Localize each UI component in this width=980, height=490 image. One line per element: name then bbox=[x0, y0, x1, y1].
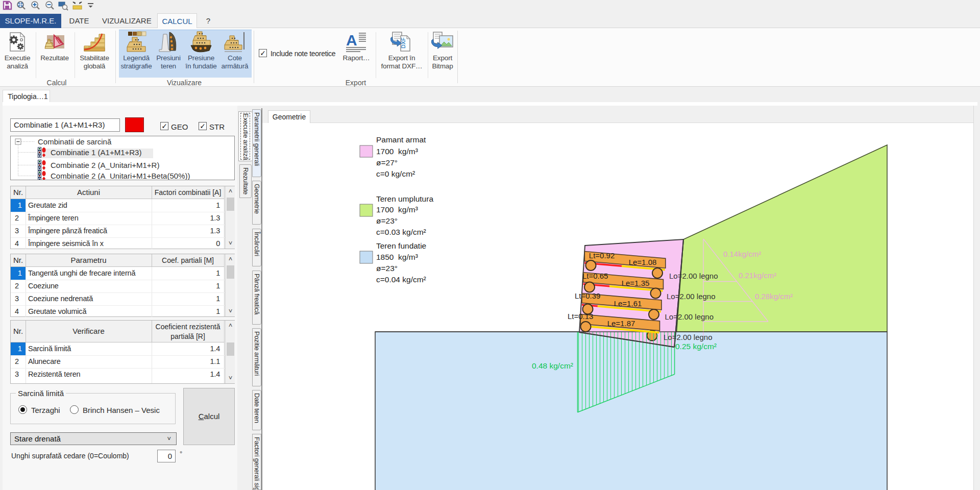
svg-text:Lo=2.00 legno: Lo=2.00 legno bbox=[669, 272, 718, 280]
svg-text:Le=1.61: Le=1.61 bbox=[614, 299, 642, 308]
svg-text:Lt=0.92: Lt=0.92 bbox=[589, 251, 615, 260]
svg-text:Teren umplutura: Teren umplutura bbox=[376, 194, 433, 203]
svg-text:0.28kg/cm²: 0.28kg/cm² bbox=[755, 292, 793, 301]
svg-text:ø=23°: ø=23° bbox=[376, 264, 398, 273]
svg-text:1850 kg/m³: 1850 kg/m³ bbox=[376, 253, 418, 261]
svg-text:Le=1.35: Le=1.35 bbox=[622, 279, 650, 287]
svg-text:Lt=0.65: Lt=0.65 bbox=[582, 272, 608, 280]
svg-text:Le=1.08: Le=1.08 bbox=[629, 258, 657, 266]
svg-text:c=0.04 kg/cm²: c=0.04 kg/cm² bbox=[376, 275, 426, 284]
svg-text:Lt=0.13: Lt=0.13 bbox=[568, 312, 593, 321]
svg-text:Combinatie 2 (A_Unitari+M1+R): Combinatie 2 (A_Unitari+M1+R) bbox=[51, 161, 159, 169]
svg-text:0.14kg/cm²: 0.14kg/cm² bbox=[723, 250, 761, 258]
svg-text:0.48 kg/cm²: 0.48 kg/cm² bbox=[532, 361, 573, 370]
svg-text:ø=27°: ø=27° bbox=[376, 158, 398, 167]
svg-text:1700 kg/m³: 1700 kg/m³ bbox=[376, 205, 418, 214]
svg-text:c=0 kg/cm²: c=0 kg/cm² bbox=[376, 169, 415, 178]
svg-text:ø=23°: ø=23° bbox=[376, 216, 398, 225]
svg-text:Combinatii de sarcină: Combinatii de sarcină bbox=[38, 137, 112, 146]
svg-text:1700 kg/m³: 1700 kg/m³ bbox=[376, 147, 418, 156]
svg-text:c=0.03 kg/cm²: c=0.03 kg/cm² bbox=[376, 228, 426, 236]
svg-text:Pamant armat: Pamant armat bbox=[376, 135, 426, 144]
svg-text:Lo=2.00 legno: Lo=2.00 legno bbox=[665, 312, 714, 321]
svg-text:Le=1.87: Le=1.87 bbox=[607, 319, 635, 328]
svg-text:Combinatie 2 (A_Unitari+M1+Bet: Combinatie 2 (A_Unitari+M1+Beta(50%)) bbox=[51, 172, 190, 180]
svg-text:Teren fundatie: Teren fundatie bbox=[376, 241, 426, 250]
svg-text:Lo=2.00 legno: Lo=2.00 legno bbox=[667, 292, 716, 301]
svg-text:Combinatie 1 (A1+M1+R3): Combinatie 1 (A1+M1+R3) bbox=[51, 148, 141, 157]
svg-text:Lt=0.39: Lt=0.39 bbox=[575, 291, 600, 300]
svg-text:Lo=2.00 legno: Lo=2.00 legno bbox=[664, 333, 713, 341]
svg-text:A: A bbox=[346, 32, 357, 48]
svg-text:0.25 kg/cm²: 0.25 kg/cm² bbox=[675, 342, 717, 351]
svg-text:0.21kg/cm²: 0.21kg/cm² bbox=[739, 271, 776, 280]
